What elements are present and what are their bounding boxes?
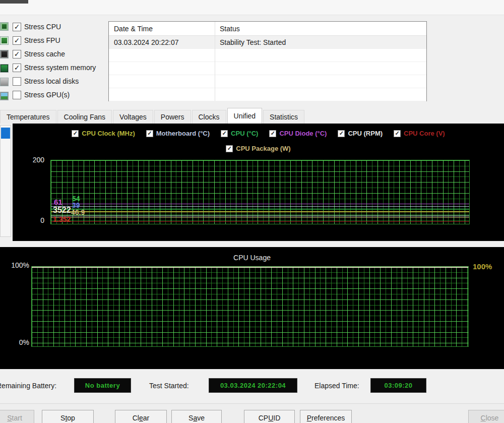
preferences-button[interactable]: Preferences	[300, 410, 352, 423]
stress-option-label: Stress FPU	[24, 36, 60, 44]
checkbox[interactable]	[13, 64, 21, 72]
test-started-label: Test Started:	[149, 382, 189, 390]
edge-value-cpu-clock: 3522	[53, 206, 71, 215]
legend-label: CPU (°C)	[231, 130, 258, 137]
cpu-usage-plot	[31, 266, 469, 347]
legend-cpu-clock[interactable]: CPU Clock (MHz)	[72, 130, 135, 137]
legend-cpu-core[interactable]: CPU Core (V)	[394, 130, 445, 137]
checkbox[interactable]	[13, 77, 21, 86]
column-header-status[interactable]: Status	[215, 25, 426, 33]
battery-lcd: No battery	[74, 378, 131, 393]
log-row-empty	[109, 49, 426, 62]
cache-icon	[0, 50, 9, 58]
checkbox[interactable]	[13, 36, 21, 45]
stress-option-label: Stress system memory	[24, 64, 96, 72]
tab-clocks[interactable]: Clocks	[192, 110, 226, 124]
legend-label: CPU Package (W)	[236, 145, 290, 152]
stress-option-label: Stress CPU	[24, 23, 61, 31]
stress-option-gpu[interactable]: Stress GPU(s)	[13, 89, 108, 100]
series-line-motherboard	[51, 206, 469, 207]
log-row-empty	[109, 88, 426, 101]
edge-value-cpu-core: 1.352	[53, 215, 71, 223]
log-row[interactable]: 03.03.2024 20:22:07 Stability Test: Star…	[109, 36, 426, 49]
stress-option-cache[interactable]: Stress cache	[13, 48, 108, 59]
close-button[interactable]: Close	[468, 410, 504, 423]
unified-ytick-max: 200	[24, 156, 44, 164]
legend-cpu-package[interactable]: CPU Package (W)	[226, 145, 290, 152]
log-row-empty	[109, 62, 426, 75]
stress-option-cpu[interactable]: Stress CPU	[13, 21, 108, 32]
titlebar-fragment	[0, 0, 28, 4]
tab-statistics[interactable]: Statistics	[263, 110, 304, 124]
save-button[interactable]: Save	[171, 410, 222, 423]
legend-cpu-diode[interactable]: CPU Diode (°C)	[269, 130, 327, 137]
checkbox[interactable]	[338, 130, 345, 137]
test-started-lcd: 03.03.2024 20:22:04	[209, 378, 297, 393]
stress-option-label: Stress GPU(s)	[24, 91, 70, 99]
stress-option-memory[interactable]: Stress system memory	[13, 62, 108, 73]
legend-cpu-rpm[interactable]: CPU (RPM)	[338, 130, 383, 137]
edge-value-cpu-usage: 100%	[473, 262, 492, 271]
graph-legend-row-2: CPU Package (W)	[13, 145, 504, 152]
series-line-cpu-clock	[51, 211, 469, 212]
checkbox[interactable]	[13, 23, 21, 31]
stress-option-disks[interactable]: Stress local disks	[13, 76, 108, 87]
unified-ytick-min: 0	[24, 216, 44, 224]
sensor-list[interactable]	[0, 125, 11, 237]
sensor-list-selected-item[interactable]	[1, 128, 10, 139]
tab-cooling-fans[interactable]: Cooling Fans	[57, 110, 112, 124]
elapsed-time-lcd: 03:09:20	[370, 378, 426, 393]
event-log-table: Date & Time Status 03.03.2024 20:22:07 S…	[108, 21, 427, 101]
checkbox[interactable]	[221, 130, 228, 137]
checkbox[interactable]	[146, 130, 153, 137]
log-table-header[interactable]: Date & Time Status	[109, 22, 426, 36]
disk-icon	[0, 78, 9, 86]
legend-label: CPU Clock (MHz)	[82, 130, 135, 137]
unified-graph-panel: CPU Clock (MHz) Motherboard (°C) CPU (°C…	[13, 124, 504, 241]
checkbox[interactable]	[72, 130, 79, 137]
stop-button[interactable]: Stop	[42, 410, 94, 423]
sensor-tab-bar: Temperatures Cooling Fans Voltages Power…	[0, 108, 504, 124]
legend-cpu-temp[interactable]: CPU (°C)	[221, 130, 258, 137]
tab-powers[interactable]: Powers	[154, 110, 191, 124]
edge-value-cpu-diode: 61	[54, 198, 62, 206]
checkbox[interactable]	[394, 130, 401, 137]
fpu-icon	[0, 36, 9, 45]
checkbox[interactable]	[269, 130, 276, 137]
legend-label: CPU Diode (°C)	[279, 130, 327, 137]
cpuid-button[interactable]: CPUID	[244, 410, 295, 423]
stress-option-fpu[interactable]: Stress FPU	[13, 35, 108, 46]
legend-label: CPU Core (V)	[404, 130, 445, 137]
clear-button[interactable]: Clear	[115, 410, 167, 423]
legend-label: CPU (RPM)	[348, 130, 383, 137]
series-line-cpu-usage	[32, 267, 468, 268]
battery-label: Remaining Battery:	[0, 382, 56, 390]
series-line-cpu-diode	[51, 204, 469, 204]
button-bar: Start Stop Clear Save CPUID Preferences …	[0, 403, 504, 423]
series-line-cpu-package	[51, 217, 469, 218]
elapsed-time-label: Elapsed Time:	[314, 382, 359, 390]
start-button[interactable]: Start	[0, 410, 34, 423]
series-line-cpu-temp	[51, 209, 469, 209]
log-cell-status: Stability Test: Started	[215, 38, 426, 46]
tab-voltages[interactable]: Voltages	[113, 110, 153, 124]
checkbox[interactable]	[13, 50, 21, 58]
usage-ytick-max: 100%	[9, 261, 29, 269]
cpu-icon	[0, 22, 9, 31]
stress-options-panel: Stress CPU Stress FPU Stress cache Stres…	[13, 21, 108, 100]
window-top-band	[0, 0, 504, 15]
tab-unified[interactable]: Unified	[227, 108, 263, 124]
series-line-cpu-core	[51, 221, 469, 222]
checkbox[interactable]	[13, 91, 21, 99]
column-header-datetime[interactable]: Date & Time	[109, 25, 215, 33]
unified-plot: 61 3522 1.352 54 39 46.9	[50, 160, 470, 224]
usage-ytick-min: 0%	[9, 338, 29, 346]
edge-value-cpu-package: 46.9	[71, 208, 85, 216]
tab-temperatures[interactable]: Temperatures	[0, 110, 56, 124]
log-cell-datetime: 03.03.2024 20:22:07	[109, 38, 215, 46]
checkbox[interactable]	[226, 145, 233, 152]
column-divider	[215, 22, 215, 101]
legend-motherboard[interactable]: Motherboard (°C)	[146, 130, 210, 137]
stress-option-label: Stress cache	[24, 50, 65, 58]
series-line-cpu-rpm	[51, 216, 469, 216]
